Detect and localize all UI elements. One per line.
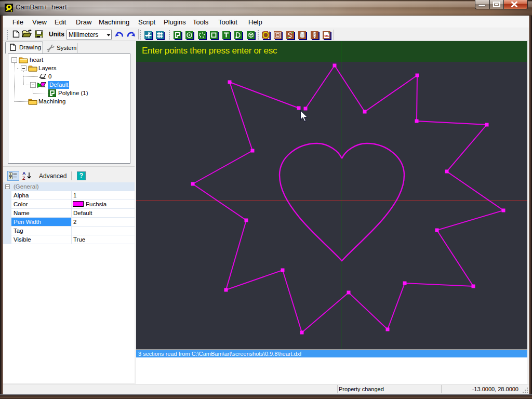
svg-text:MC: MC — [325, 34, 330, 37]
svg-text:Z: Z — [22, 176, 25, 181]
